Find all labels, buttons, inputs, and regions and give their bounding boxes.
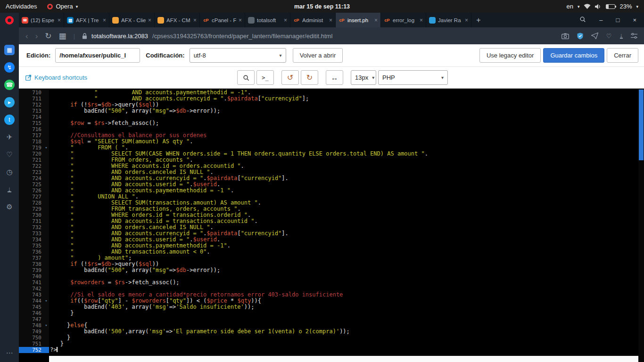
browser-tab[interactable]: ▥AFX | Tre×: [64, 13, 109, 27]
code-line[interactable]: 739 badEnd("500", array("msg"=>$db->erro…: [19, 267, 638, 273]
downloads-icon[interactable]: ↓: [4, 184, 15, 195]
minimize-button[interactable]: –: [599, 16, 603, 24]
fold-gutter: [43, 102, 49, 108]
fold-gutter: [43, 163, 49, 169]
history-icon[interactable]: ◷: [4, 167, 15, 177]
browser-tab[interactable]: Javier Ra×: [426, 13, 471, 27]
tab-close-icon[interactable]: ×: [239, 17, 242, 24]
code-text[interactable]: badEnd('500',array('msg'=>'El parametro …: [49, 329, 350, 335]
browser-tab[interactable]: cPinsert.ph×: [336, 13, 381, 27]
code-line[interactable]: 713 badEnd("500", array("msg"=>$db->erro…: [19, 108, 638, 114]
save-button[interactable]: Guardar cambios: [543, 48, 604, 63]
terminal-button[interactable]: >_: [256, 70, 274, 85]
keyboard-layout[interactable]: en: [566, 3, 573, 10]
forward-icon[interactable]: ›: [35, 32, 38, 40]
tune-icon[interactable]: [631, 33, 637, 39]
fold-gutter: [43, 181, 49, 188]
code-line[interactable]: 745 badEnd('403', array('msg'=>'Saldo in…: [19, 304, 638, 310]
code-line[interactable]: 715 $row = $rs->fetch_assoc();: [19, 120, 638, 126]
vertical-scrollbar[interactable]: [638, 89, 644, 362]
snapshot-camera-icon[interactable]: [561, 33, 569, 39]
tab-close-icon[interactable]: ×: [284, 17, 287, 24]
wrap-toggle-button[interactable]: ↔: [326, 70, 343, 85]
fold-marker-icon[interactable]: ▾: [43, 298, 49, 304]
system-tray[interactable]: en ▾ 23% ▾: [566, 3, 644, 10]
code-editor[interactable]: 710 " AND accounts.paymentmethodid = -1"…: [19, 89, 644, 362]
url-field[interactable]: totalsoftware.la:2083/cpsess3194325763/f…: [82, 33, 554, 40]
bookmarks-icon[interactable]: ♡: [4, 149, 15, 160]
tab-close-icon[interactable]: ×: [148, 17, 151, 24]
undo-button[interactable]: ↺: [281, 70, 299, 85]
code-text[interactable]: $roworders = $rs->fetch_assoc();: [49, 280, 180, 286]
code-text[interactable]: }: [49, 310, 74, 316]
close-button[interactable]: ×: [633, 16, 636, 24]
scrollbar-thumb[interactable]: [639, 90, 644, 160]
settings-icon[interactable]: ⚙: [4, 202, 15, 212]
fold-marker-icon[interactable]: ▾: [43, 322, 49, 329]
code-line[interactable]: 747: [19, 316, 638, 322]
close-editor-button[interactable]: Cerrar: [607, 48, 638, 63]
tab-close-icon[interactable]: ×: [420, 17, 423, 24]
code-line[interactable]: 750 }: [19, 335, 638, 341]
code-text[interactable]: $row = $rs->fetch_assoc();: [49, 120, 159, 126]
code-line[interactable]: 751 }: [19, 341, 638, 347]
browser-tab[interactable]: AFX - Clie×: [109, 13, 155, 27]
browser-tab[interactable]: ✉(12) Espe×: [19, 13, 64, 27]
speed-dial-icon[interactable]: ▦: [4, 45, 15, 55]
code-text[interactable]: badEnd('403', array('msg'=>'Saldo insufi…: [49, 304, 255, 310]
search-button[interactable]: [237, 70, 255, 85]
bookmark-heart-icon[interactable]: ♡: [606, 33, 612, 40]
editor-toolbar-secondary: Keyboard shortcuts >_ ↺ ↻ ↔ 13px ▾: [19, 67, 644, 89]
activities-button[interactable]: Actividades: [6, 3, 37, 10]
legacy-editor-button[interactable]: Use legacy editor: [479, 48, 541, 63]
tab-close-icon[interactable]: ×: [193, 17, 197, 24]
browser-tab[interactable]: totalsoft×: [245, 13, 290, 27]
maximize-button[interactable]: □: [616, 16, 620, 24]
download-icon[interactable]: ↓: [620, 33, 623, 39]
language-select[interactable]: PHP ▾: [378, 70, 448, 85]
code-line[interactable]: 741 $roworders = $rs->fetch_assoc();: [19, 280, 638, 286]
tab-search-icon[interactable]: [579, 16, 586, 25]
tab-favicon: cP: [384, 17, 390, 24]
browser-tab[interactable]: AFX - CM×: [155, 13, 200, 27]
twitter-icon[interactable]: t: [4, 115, 15, 125]
telegram-icon[interactable]: ▸: [4, 97, 15, 107]
keyboard-shortcuts-link[interactable]: Keyboard shortcuts: [25, 74, 87, 81]
tab-close-icon[interactable]: ×: [329, 17, 332, 24]
opera-logo-icon[interactable]: [5, 16, 14, 25]
encoding-select[interactable]: utf-8 ▾: [190, 48, 286, 63]
app-menu[interactable]: Opera ▾: [47, 3, 78, 10]
clock[interactable]: mar 15 de sep 11:13: [294, 3, 350, 10]
horizontal-scrollbar[interactable]: [49, 356, 638, 362]
code-text[interactable]: badEnd("500", array("msg"=>$db->error));: [49, 267, 220, 273]
browser-tab[interactable]: cPerror_log×: [381, 13, 426, 27]
back-icon[interactable]: ‹: [25, 32, 28, 40]
line-number: 725: [19, 181, 43, 188]
my-flow-icon[interactable]: ✈: [4, 132, 15, 142]
tab-tiling-icon[interactable]: ▦: [59, 32, 66, 40]
redo-button[interactable]: ↻: [301, 70, 318, 85]
code-text[interactable]: badEnd("500", array("msg"=>$db->error));: [49, 108, 220, 114]
tab-close-icon[interactable]: ×: [465, 17, 468, 24]
fold-marker-icon[interactable]: ▾: [43, 145, 49, 151]
browser-tab[interactable]: cPcPanel - F×: [200, 13, 245, 27]
reload-icon[interactable]: ↻: [45, 32, 51, 40]
code-text[interactable]: ?>: [49, 347, 58, 353]
more-icon[interactable]: ⋯: [4, 348, 15, 358]
my-flow-icon[interactable]: [591, 33, 598, 39]
whatsapp-icon[interactable]: ☎: [4, 80, 15, 90]
code-line[interactable]: 746 }: [19, 310, 638, 316]
code-line[interactable]: 749 badEnd('500',array('msg'=>'El parame…: [19, 329, 638, 335]
reopen-button[interactable]: Volver a abrir: [293, 48, 343, 63]
security-shield-icon[interactable]: [577, 33, 583, 40]
browser-tab[interactable]: cPAdminist×: [290, 13, 336, 27]
tab-close-icon[interactable]: ×: [103, 17, 106, 24]
messenger-icon[interactable]: ↯: [4, 62, 15, 73]
code-line[interactable]: 752?>: [19, 347, 638, 353]
file-path-input[interactable]: [55, 48, 140, 63]
font-size-select[interactable]: 13px ▾: [351, 70, 376, 85]
fold-gutter: [43, 249, 49, 255]
new-tab-button[interactable]: +: [471, 13, 486, 27]
tab-close-icon[interactable]: ×: [374, 17, 378, 24]
tab-close-icon[interactable]: ×: [58, 17, 61, 24]
